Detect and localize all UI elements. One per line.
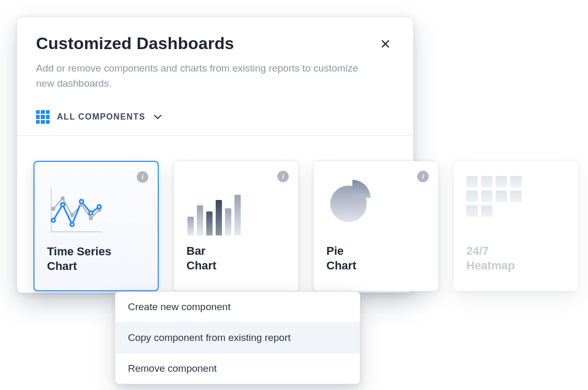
svg-point-17 <box>98 206 100 208</box>
card-title: Pie Chart <box>326 244 426 273</box>
chevron-down-icon <box>153 112 162 122</box>
card-title: Bar Chart <box>186 244 286 273</box>
svg-point-7 <box>52 219 54 221</box>
card-time-series[interactable]: i Time <box>33 161 159 291</box>
svg-point-2 <box>70 213 74 217</box>
heatmap-icon <box>466 173 566 235</box>
svg-point-15 <box>90 212 92 214</box>
card-title: 24/7 Heatmap <box>466 244 566 273</box>
card-pie-chart[interactable]: i Pie Chart <box>313 161 439 291</box>
info-icon[interactable]: i <box>417 171 429 182</box>
grid-icon <box>36 110 50 124</box>
time-series-icon <box>47 173 145 236</box>
svg-point-9 <box>62 204 64 206</box>
card-bar-chart[interactable]: i Bar Chart <box>173 161 299 291</box>
bar-chart-icon <box>186 173 286 235</box>
card-heatmap[interactable]: 24/7 Heatmap <box>453 161 579 291</box>
panel-title: Customized Dashboards <box>36 34 234 53</box>
context-menu: Create new component Copy component from… <box>115 291 360 384</box>
svg-point-11 <box>71 223 73 226</box>
svg-point-1 <box>61 196 65 200</box>
component-cards: i Time <box>33 161 579 291</box>
panel-header: Customized Dashboards Add or remove comp… <box>17 34 413 91</box>
menu-item-remove[interactable]: Remove component <box>115 353 360 384</box>
pie-chart-icon <box>326 173 426 235</box>
svg-point-0 <box>51 207 55 211</box>
svg-point-13 <box>80 200 83 203</box>
info-icon[interactable]: i <box>137 171 148 183</box>
card-title: Time Series Chart <box>47 244 145 273</box>
info-icon[interactable]: i <box>277 171 289 182</box>
close-icon <box>381 39 390 49</box>
menu-item-copy[interactable]: Copy component from existing report <box>115 322 360 353</box>
menu-item-create[interactable]: Create new component <box>115 292 360 322</box>
svg-point-4 <box>89 216 93 220</box>
close-button[interactable] <box>377 35 394 53</box>
filter-label: ALL COMPONENTS <box>57 112 146 122</box>
panel-subtitle: Add or remove components and charts from… <box>36 61 370 91</box>
component-filter[interactable]: ALL COMPONENTS <box>17 110 413 135</box>
